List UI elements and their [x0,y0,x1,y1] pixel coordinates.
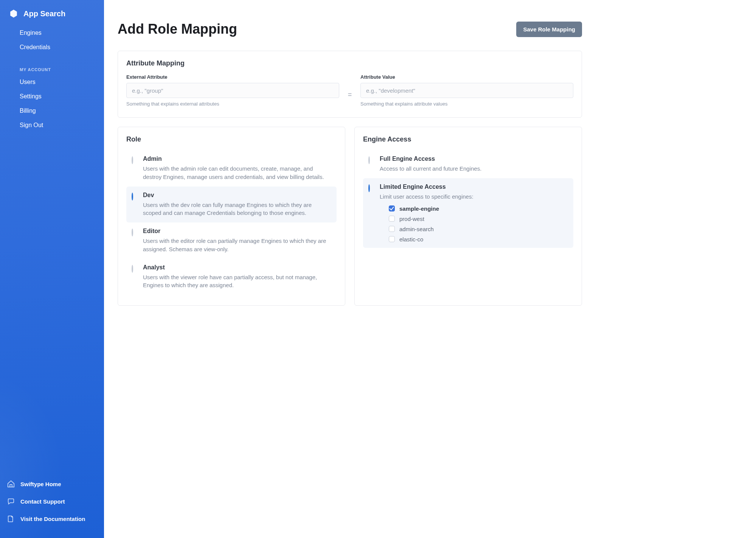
sidebar-item-billing[interactable]: Billing [0,104,104,118]
checkbox-icon [389,216,395,222]
sidebar: App Search Engines Credentials MY ACCOUN… [0,0,104,538]
engine-check-elastic-co[interactable]: elastic-co [389,236,568,243]
link-label: Contact Support [20,498,65,505]
engine-access-option-desc: Access to all current and future Engines… [380,165,481,173]
link-label: Visit the Documentation [20,516,85,522]
attribute-mapping-panel: Attribute Mapping External Attribute Som… [118,51,582,118]
role-option-analyst[interactable]: Analyst Users with the viewer role have … [126,259,337,295]
app-search-logo-icon [8,8,19,19]
role-option-editor[interactable]: Editor Users with the editor role can pa… [126,222,337,259]
attribute-value-help: Something that explains attribute values [360,101,573,107]
radio-icon [132,157,138,163]
radio-icon [368,185,374,191]
external-attribute-field: External Attribute Something that explai… [126,74,339,107]
link-label: Swiftype Home [20,481,61,487]
attribute-value-label: Attribute Value [360,74,573,80]
role-option-desc: Users with the dev role can fully manage… [143,201,331,218]
role-panel: Role Admin Users with the admin role can… [118,127,345,306]
attribute-value-input[interactable] [360,83,573,98]
engine-checklist: sample-engine prod-west ad [380,205,568,243]
attribute-mapping-title: Attribute Mapping [126,59,573,67]
role-option-label: Editor [143,228,160,234]
engine-check-prod-west[interactable]: prod-west [389,216,568,222]
sidebar-bottom-links: Swiftype Home Contact Support Visit the … [0,472,104,538]
engine-check-admin-search[interactable]: admin-search [389,226,568,232]
engine-access-option-limited[interactable]: Limited Engine Access Limit user access … [363,178,573,248]
external-attribute-help: Something that explains external attribu… [126,101,339,107]
external-attribute-label: External Attribute [126,74,339,80]
page-title: Add Role Mapping [118,21,237,37]
role-option-dev[interactable]: Dev Users with the dev role can fully ma… [126,187,337,223]
engine-access-option-label: Full Engine Access [380,155,435,162]
chat-icon [7,497,15,505]
engine-access-panel: Engine Access Full Engine Access Access … [354,127,582,306]
role-option-label: Admin [143,155,162,162]
save-role-mapping-button[interactable]: Save Role Mapping [516,22,582,37]
role-option-desc: Users with the viewer role have can part… [143,273,331,290]
book-icon [7,515,15,523]
sidebar-item-credentials[interactable]: Credentials [0,40,104,54]
role-option-label: Analyst [143,264,165,271]
sidebar-item-engines[interactable]: Engines [0,26,104,40]
engine-label: admin-search [399,226,434,232]
page-header: Add Role Mapping Save Role Mapping [118,21,582,37]
nav-top: Engines Credentials [0,23,104,58]
engine-label: sample-engine [399,205,439,212]
sidebar-item-settings[interactable]: Settings [0,89,104,104]
radio-icon [368,157,374,163]
engine-check-sample-engine[interactable]: sample-engine [389,205,568,212]
role-option-desc: Users with the editor role can partially… [143,237,331,253]
brand: App Search [0,0,104,23]
radio-icon [132,193,138,199]
checkbox-icon [389,205,395,211]
link-documentation[interactable]: Visit the Documentation [0,510,104,527]
checkbox-icon [389,236,395,242]
engine-access-title: Engine Access [363,135,573,143]
engine-label: elastic-co [399,236,423,243]
nav-account: MY ACCOUNT Users Settings Billing Sign O… [0,58,104,135]
home-icon [7,480,15,488]
engine-access-options: Full Engine Access Access to all current… [363,150,573,248]
role-option-label: Dev [143,192,154,198]
engine-access-option-full[interactable]: Full Engine Access Access to all current… [363,150,573,178]
engine-label: prod-west [399,216,424,222]
engine-access-option-label: Limited Engine Access [380,183,446,190]
role-option-admin[interactable]: Admin Users with the admin role can edit… [126,150,337,187]
link-contact-support[interactable]: Contact Support [0,493,104,510]
sidebar-item-signout[interactable]: Sign Out [0,118,104,132]
role-title: Role [126,135,337,143]
brand-title: App Search [23,9,65,18]
sidebar-item-users[interactable]: Users [0,75,104,89]
radio-icon [132,266,138,272]
checkbox-icon [389,226,395,232]
nav-account-heading: MY ACCOUNT [0,61,104,75]
role-options: Admin Users with the admin role can edit… [126,150,337,295]
radio-icon [132,229,138,235]
main-content: Add Role Mapping Save Role Mapping Attri… [104,0,756,538]
external-attribute-input[interactable] [126,83,339,98]
role-option-desc: Users with the admin role can edit docum… [143,165,331,181]
engine-access-option-desc: Limit user access to specific engines: [380,193,568,201]
equals-icon: = [345,74,355,107]
link-swiftype-home[interactable]: Swiftype Home [0,475,104,493]
attribute-value-field: Attribute Value Something that explains … [360,74,573,107]
